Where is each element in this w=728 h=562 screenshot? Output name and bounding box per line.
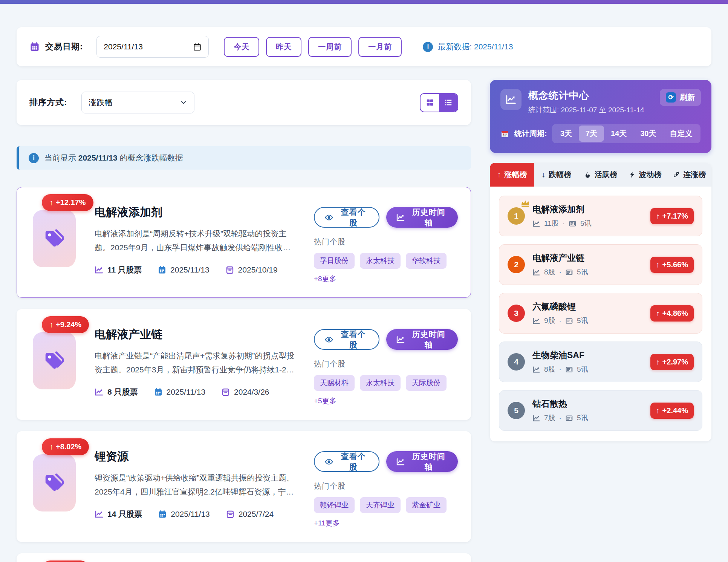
concept-body: 锂资源 锂资源是“政策驱动+供给收缩”双重逻辑共振的投资主题。2025年4月，四… (95, 443, 298, 528)
more-stocks-link[interactable]: +11更多 (314, 518, 340, 528)
period-30d-button[interactable]: 30天 (633, 126, 663, 142)
rank-item[interactable]: 5 钻石散热 7股 · (499, 390, 702, 431)
tab-active[interactable]: 活跃榜 (578, 163, 623, 187)
period-14d-button[interactable]: 14天 (604, 126, 633, 142)
rank-change-badge: ↑ +2.44% (650, 403, 694, 419)
chart-line-icon (532, 366, 540, 374)
tab-losers[interactable]: ↓ 跌幅榜 (534, 163, 579, 187)
stock-chip[interactable]: 永太科技 (360, 253, 401, 269)
concept-meta: 14 只股票 2025/11/13 (95, 509, 298, 519)
tag-icon (43, 227, 66, 250)
view-stocks-button[interactable]: 查看个股 (314, 451, 379, 472)
arrow-up-icon: ↑ (656, 358, 660, 366)
rank-title: 电解液产业链 (532, 252, 643, 264)
rank-number: 3 (508, 305, 525, 322)
rank-item[interactable]: 4 生物柴油SAF 8股 · (499, 341, 702, 382)
concept-actions: 查看个股 历史时间轴 热门个股 孚日股份 (314, 199, 458, 284)
news-icon (565, 317, 573, 325)
rank-number: 5 (508, 402, 525, 419)
date-picker-icon[interactable] (193, 43, 202, 51)
rank-item[interactable]: 2 电解液产业链 8股 · (499, 244, 702, 285)
stock-chip[interactable]: 赣锋锂业 (314, 497, 355, 513)
grid-view-button[interactable] (421, 94, 439, 112)
stats-head-text: 概念统计中心 统计范围: 2025-11-07 至 2025-11-14 (528, 89, 644, 115)
news-icon (569, 220, 577, 228)
ranking-panel: ↑ 涨幅榜 ↓ 跌幅榜 活跃榜 (490, 163, 711, 441)
stock-chip[interactable]: 天赐材料 (314, 375, 355, 391)
arrow-up-icon: ↑ (656, 260, 660, 269)
concept-meta: 11 只股票 2025/11/13 (95, 265, 298, 275)
tab-streak[interactable]: 连涨榜 (667, 163, 711, 187)
rank-number: 2 (508, 256, 525, 273)
rank-item[interactable]: 1 电解液添加剂 11股 · (499, 196, 702, 236)
chart-line-icon (396, 213, 405, 222)
concept-title: 电解液添加剂 (95, 205, 298, 220)
history-timeline-button[interactable]: 历史时间轴 (386, 207, 458, 228)
tag-icon-box (33, 210, 76, 267)
view-mode-toggle (420, 93, 458, 112)
change-badge: ↑ +7.29% (42, 560, 89, 562)
current-view-banner: i 当前显示 2025/11/13 的概念涨跌幅数据 (17, 146, 471, 170)
stock-chip[interactable]: 天齐锂业 (360, 497, 401, 513)
rank-item[interactable]: 3 六氟磷酸锂 9股 · (499, 293, 702, 334)
change-badge: ↑ +8.02% (42, 438, 89, 455)
stock-chip[interactable]: 天际股份 (406, 375, 447, 391)
today-button[interactable]: 今天 (224, 37, 259, 57)
trade-date-input[interactable]: 2025/11/13 (96, 36, 209, 58)
list-view-button[interactable] (439, 94, 457, 112)
stock-chip[interactable]: 华软科技 (406, 253, 447, 269)
period-3d-button[interactable]: 3天 (554, 126, 579, 142)
week-ago-button[interactable]: 一周前 (308, 37, 352, 57)
calendar-purple-icon (226, 510, 235, 519)
month-ago-button[interactable]: 一月前 (358, 37, 402, 57)
stats-icon-box (500, 89, 522, 110)
change-badge: ↑ +9.24% (42, 316, 89, 333)
more-stocks-link[interactable]: +5更多 (314, 396, 336, 406)
yesterday-button[interactable]: 昨天 (266, 37, 301, 57)
period-custom-button[interactable]: 自定义 (663, 126, 699, 142)
chart-line-icon (95, 510, 104, 519)
arrow-up-icon: ↑ (656, 212, 660, 221)
rank-info: 生物柴油SAF 8股 · 5讯 (532, 349, 643, 374)
stock-count: 8 只股票 (95, 387, 138, 397)
sort-select[interactable]: 涨跌幅 (81, 92, 194, 113)
news-icon (565, 414, 573, 422)
concept-visual: ↑ +8.02% (30, 443, 79, 528)
stock-chip[interactable]: 紫金矿业 (406, 497, 447, 513)
concept-card: ↑ +9.24% 电解液产业链 电解液产业链是“产能出清尾声+需求复苏初期”的拐… (17, 309, 471, 420)
create-date: 2025/7/24 (226, 510, 274, 519)
more-stocks-link[interactable]: +8更多 (314, 274, 336, 284)
rank-stock-count: 8股 (544, 364, 555, 374)
tag-icon-box (33, 332, 76, 389)
tab-volatility[interactable]: 波动榜 (623, 163, 667, 187)
rank-info: 电解液添加剂 11股 · 5讯 (532, 204, 643, 228)
tag-icon (43, 471, 66, 495)
view-stocks-button[interactable]: 查看个股 (314, 329, 379, 350)
rank-news-count: 5讯 (580, 219, 592, 228)
rank-meta: 11股 · 5讯 (532, 219, 643, 228)
chart-line-icon (532, 414, 540, 422)
stat-period-row: 统计周期: 3天 7天 14天 30天 自定义 (500, 124, 701, 143)
stock-chip[interactable]: 孚日股份 (314, 253, 355, 269)
stock-chip[interactable]: 永太科技 (360, 375, 401, 391)
refresh-button[interactable]: ⟳ 刷新 (660, 89, 701, 106)
rank-change-badge: ↑ +5.66% (650, 257, 694, 273)
eye-icon (324, 213, 333, 222)
calendar-blue-icon (154, 387, 163, 397)
change-badge: ↑ +12.17% (42, 194, 93, 211)
trade-date-panel: 交易日期: 2025/11/13 今天 昨天 一周前 一月前 i 最新数据: 2… (17, 27, 711, 66)
rocket-icon (673, 171, 680, 178)
history-timeline-button[interactable]: 历史时间轴 (386, 329, 458, 350)
meta-separator: · (559, 414, 561, 422)
period-7d-button[interactable]: 7天 (579, 126, 604, 142)
concept-meta: 8 只股票 2025/11/13 (95, 387, 298, 397)
chevron-down-icon (180, 99, 187, 106)
calendar-purple-icon (221, 387, 230, 397)
tab-gainers[interactable]: ↑ 涨幅榜 (490, 163, 534, 187)
hot-stocks-label: 热门个股 (314, 481, 458, 491)
rank-stock-count: 11股 (544, 219, 559, 228)
view-stocks-button[interactable]: 查看个股 (314, 207, 379, 228)
hot-stocks-label: 热门个股 (314, 359, 458, 369)
history-timeline-button[interactable]: 历史时间轴 (386, 451, 458, 472)
chart-line-icon (532, 220, 540, 228)
